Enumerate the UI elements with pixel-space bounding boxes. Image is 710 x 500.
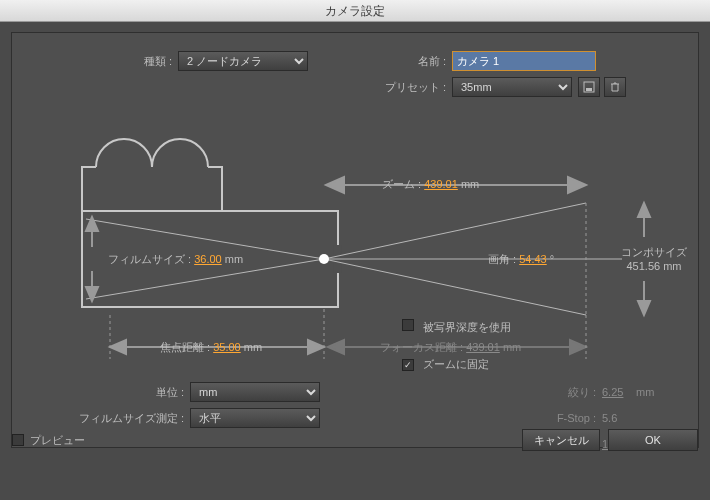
pivot-handle-icon[interactable]: [319, 254, 329, 264]
svg-line-7: [324, 259, 586, 315]
svg-marker-23: [308, 340, 324, 354]
save-icon: [583, 81, 595, 93]
zoom-label: ズーム :: [382, 178, 421, 190]
dof-lock-checkbox[interactable]: [402, 359, 414, 371]
dof-enable-label: 被写界深度を使用: [423, 321, 511, 333]
name-input[interactable]: [452, 51, 596, 71]
angle-label-group: 画角 : 54.43 °: [488, 252, 554, 267]
zoom-label-group: ズーム : 439.01 mm: [382, 177, 479, 192]
svg-marker-20: [638, 301, 650, 315]
focusdist-label-group: フォーカス距離 : 439.01 mm: [380, 340, 521, 355]
type-label: 種類 :: [132, 54, 172, 69]
svg-marker-18: [638, 203, 650, 217]
angle-unit: °: [550, 253, 554, 265]
window-titlebar: カメラ設定: [0, 0, 710, 22]
preset-select[interactable]: 35mm: [452, 77, 572, 97]
dof-enable-checkbox[interactable]: [402, 319, 414, 331]
type-select[interactable]: 2 ノードカメラ: [178, 51, 308, 71]
angle-label: 画角 :: [488, 253, 516, 265]
unit-select[interactable]: mm: [190, 382, 320, 402]
dialog-footer: プレビュー キャンセル OK: [0, 422, 710, 458]
zoom-value[interactable]: 439.01: [424, 178, 458, 190]
trash-icon: [609, 81, 621, 93]
focal-label: 焦点距離 :: [160, 341, 210, 353]
focusdist-value: 439.01: [466, 341, 500, 353]
dof-lock-row[interactable]: ズームに固定: [402, 357, 489, 372]
angle-value[interactable]: 54.43: [519, 253, 547, 265]
compsize-label: コンポサイズ: [616, 245, 692, 260]
focal-unit: mm: [244, 341, 262, 353]
cancel-button[interactable]: キャンセル: [522, 429, 600, 451]
focal-value[interactable]: 35.00: [213, 341, 241, 353]
aperture-value: 6.25: [602, 386, 636, 398]
svg-marker-27: [328, 340, 344, 354]
dof-lock-label: ズームに固定: [423, 358, 489, 370]
ok-button[interactable]: OK: [608, 429, 698, 451]
filmsize-label-group: フィルムサイズ : 36.00 mm: [108, 252, 243, 267]
camera-diagram: ズーム : 439.01 mm フィルムサイズ : 36.00 mm 画角 : …: [26, 119, 686, 363]
preview-checkbox[interactable]: [12, 434, 24, 446]
preset-label: プリセット :: [370, 80, 446, 95]
window-title: カメラ設定: [325, 4, 385, 18]
svg-line-6: [324, 203, 586, 259]
preset-save-button[interactable]: [578, 77, 600, 97]
aperture-unit: mm: [636, 386, 686, 398]
filmsize-unit: mm: [225, 253, 243, 265]
unit-label: 単位 :: [26, 385, 184, 400]
svg-rect-1: [586, 88, 592, 91]
filmsize-arrow: [86, 217, 98, 301]
settings-panel: 種類 : 2 ノードカメラ 名前 : プリセット : 35mm: [11, 32, 699, 448]
preview-label: プレビュー: [30, 433, 85, 448]
svg-marker-11: [326, 177, 344, 193]
filmsize-value[interactable]: 36.00: [194, 253, 222, 265]
zoom-unit: mm: [461, 178, 479, 190]
camera-outline: [82, 139, 338, 307]
preset-delete-button[interactable]: [604, 77, 626, 97]
svg-marker-12: [568, 177, 586, 193]
name-label: 名前 :: [406, 54, 446, 69]
compsize-unit: mm: [663, 260, 681, 272]
focal-label-group: 焦点距離 : 35.00 mm: [160, 340, 262, 355]
focusdist-label: フォーカス距離 :: [380, 341, 463, 353]
compsize-label-group: コンポサイズ 451.56 mm: [616, 245, 692, 272]
filmsize-label: フィルムサイズ :: [108, 253, 191, 265]
svg-marker-28: [570, 340, 586, 354]
svg-marker-22: [110, 340, 126, 354]
aperture-label: 絞り :: [516, 385, 596, 400]
focusdist-unit: mm: [503, 341, 521, 353]
dof-enable-row[interactable]: 被写界深度を使用: [402, 319, 511, 335]
compsize-value: 451.56: [626, 260, 660, 272]
